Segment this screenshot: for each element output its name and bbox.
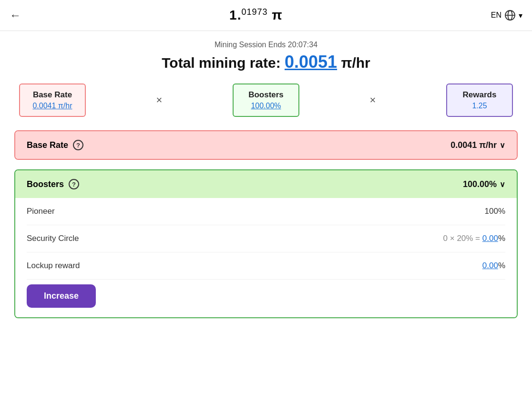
base-rate-value: 0.0041 π/hr (30, 102, 75, 110)
base-rate-label: Base Rate (30, 90, 75, 100)
boosters-section: Boosters ? 100.00% ∨ Pioneer 100% Securi… (14, 169, 518, 318)
security-circle-prefix: 0 × 20% = (443, 234, 482, 243)
base-rate-section-header[interactable]: Base Rate ? 0.0041 π/hr ∨ (15, 131, 517, 159)
title-prefix: 1. (229, 8, 241, 23)
base-rate-section-value: 0.0041 π/hr (450, 140, 497, 150)
boosters-value: 100.00% (243, 102, 289, 110)
total-label: Total mining rate: (162, 55, 280, 71)
security-circle-link[interactable]: 0.00 (482, 234, 498, 243)
base-rate-number: 0.0041 (32, 102, 56, 110)
title-superscript: 01973 (241, 7, 267, 17)
security-circle-suffix: % (498, 234, 505, 243)
pi-symbol: π (272, 8, 282, 23)
lockup-reward-value: 0.00% (482, 261, 505, 271)
increase-button[interactable]: Increase (27, 284, 96, 308)
boosters-section-value: 100.00% (463, 179, 497, 189)
multiply-sign-2: × (370, 94, 376, 106)
pioneer-label: Pioneer (27, 207, 55, 216)
globe-icon (504, 10, 516, 21)
lockup-reward-link[interactable]: 0.00 (482, 261, 498, 270)
boosters-card[interactable]: Boosters 100.00% (233, 83, 299, 117)
language-selector[interactable]: EN ▾ (491, 10, 522, 21)
boosters-help-icon[interactable]: ? (69, 179, 79, 189)
boosters-label: Boosters (243, 90, 289, 100)
main-content: Mining Session Ends 20:07:34 Total minin… (0, 31, 532, 337)
chevron-down-icon: ▾ (519, 11, 522, 20)
base-rate-unit: π/hr (58, 102, 72, 110)
header: ← 1.01973 π EN ▾ (0, 0, 532, 31)
base-rate-help-icon[interactable]: ? (73, 140, 83, 150)
rewards-label: Rewards (457, 90, 502, 100)
security-circle-label: Security Circle (27, 234, 79, 243)
session-ends-label: Mining Session Ends 20:07:34 (14, 41, 518, 49)
session-info: Mining Session Ends 20:07:34 Total minin… (14, 41, 518, 72)
boosters-header-left: Boosters ? (27, 179, 79, 189)
rewards-card[interactable]: Rewards 1.25 (446, 83, 513, 117)
boosters-section-header[interactable]: Boosters ? 100.00% ∨ (15, 170, 517, 198)
pioneer-value: 100% (485, 207, 505, 216)
rate-cards-row: Base Rate 0.0041 π/hr × Boosters 100.00%… (14, 83, 518, 117)
base-rate-chevron-icon: ∨ (500, 141, 505, 150)
base-rate-card[interactable]: Base Rate 0.0041 π/hr (19, 83, 86, 117)
boosters-content: Pioneer 100% Security Circle 0 × 20% = 0… (15, 198, 517, 317)
rewards-value: 1.25 (457, 102, 502, 110)
lockup-reward-suffix: % (498, 261, 505, 270)
security-circle-value: 0 × 20% = 0.00% (443, 234, 505, 243)
base-rate-header-left: Base Rate ? (27, 140, 83, 150)
lang-label: EN (491, 11, 501, 20)
security-circle-row: Security Circle 0 × 20% = 0.00% (27, 225, 505, 252)
base-rate-header-right: 0.0041 π/hr ∨ (450, 140, 505, 150)
boosters-header-right: 100.00% ∨ (463, 179, 505, 189)
boosters-section-label: Boosters (27, 179, 64, 189)
header-title: 1.01973 π (229, 7, 283, 23)
boosters-chevron-icon: ∨ (500, 180, 505, 189)
total-unit: π/hr (341, 55, 370, 71)
lockup-reward-label: Lockup reward (27, 261, 80, 271)
base-rate-section-label: Base Rate (27, 140, 68, 150)
multiply-sign-1: × (156, 94, 163, 106)
base-rate-section: Base Rate ? 0.0041 π/hr ∨ (14, 130, 518, 160)
total-rate-value[interactable]: 0.0051 (285, 52, 337, 72)
pioneer-row: Pioneer 100% (27, 198, 505, 225)
back-button[interactable]: ← (10, 9, 21, 22)
lockup-reward-row: Lockup reward 0.00% (27, 252, 505, 280)
total-mining-rate: Total mining rate: 0.0051 π/hr (14, 52, 518, 72)
